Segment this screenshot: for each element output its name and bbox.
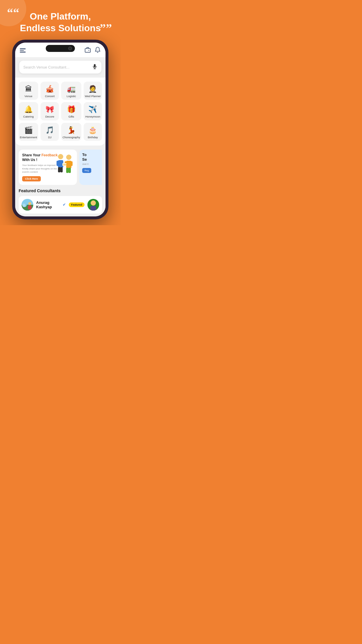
svg-rect-15 bbox=[68, 168, 71, 173]
search-bar[interactable]: Search Venue Consultant... bbox=[19, 61, 101, 74]
service-item-choreography[interactable]: 💃Choreography bbox=[61, 123, 81, 141]
service-icon-gifts: 🎁 bbox=[67, 105, 76, 114]
menu-icon[interactable] bbox=[20, 48, 26, 52]
consultant-name: Anurag Kashyap bbox=[36, 200, 61, 209]
svg-point-25 bbox=[91, 200, 96, 206]
service-item-birthday[interactable]: 🎂Birthday bbox=[84, 123, 102, 141]
wallet-icon[interactable] bbox=[85, 47, 91, 54]
svg-point-10 bbox=[66, 155, 71, 160]
search-section: Search Venue Consultant... bbox=[15, 57, 106, 78]
mic-icon[interactable] bbox=[92, 64, 97, 71]
service-item-catering[interactable]: 🔔Catering bbox=[19, 102, 38, 120]
service-item-decore[interactable]: 🎀Decore bbox=[41, 102, 59, 120]
service-icon-catering: 🔔 bbox=[24, 105, 33, 114]
service-icon-entertainment: 🎬 bbox=[24, 126, 33, 134]
topbar-right-icons bbox=[85, 47, 101, 54]
svg-point-21 bbox=[22, 204, 26, 207]
service-label-logistic: Logistic bbox=[66, 94, 76, 98]
service-label-birthday: Birthday bbox=[88, 136, 98, 139]
service-icon-logistic: 🚛 bbox=[67, 85, 76, 93]
menu-line-2 bbox=[20, 50, 24, 51]
service-icon-birthday: 🎂 bbox=[88, 126, 97, 134]
click-here-button[interactable]: Click Here bbox=[22, 176, 41, 181]
service-icon-wed-planner: 🤵 bbox=[88, 85, 97, 93]
service-label-gifts: Gifts bbox=[68, 115, 74, 118]
menu-line-1 bbox=[20, 48, 26, 49]
service-icon-venue: 🏛 bbox=[25, 85, 32, 93]
second-card-subtitle: Just C bbox=[82, 163, 102, 165]
consultant-info: Anurag Kashyap ✔ bbox=[36, 200, 66, 209]
second-card-line2: Se bbox=[82, 157, 87, 162]
phone-screen: Search Venue Consultant... 🏛Venue🎪Concer… bbox=[15, 43, 106, 216]
service-item-honeymoon[interactable]: ✈️Honeymoon bbox=[84, 102, 102, 120]
service-item-concert[interactable]: 🎪Concert bbox=[41, 82, 59, 100]
phone-mockup: Search Venue Consultant... 🏛Venue🎪Concer… bbox=[12, 40, 108, 219]
service-icon-concert: 🎪 bbox=[45, 85, 54, 93]
menu-line-3 bbox=[20, 52, 26, 52]
svg-rect-8 bbox=[58, 167, 60, 172]
phone-notch bbox=[46, 45, 75, 52]
service-label-decore: Decore bbox=[45, 115, 55, 118]
phone-topbar bbox=[15, 43, 106, 57]
svg-rect-14 bbox=[66, 168, 68, 173]
service-icon-dj: 🎵 bbox=[45, 126, 54, 134]
service-item-entertainment[interactable]: 🎬Entertainment bbox=[19, 123, 38, 141]
feedback-title-plain: Share Your bbox=[22, 153, 41, 157]
service-icon-honeymoon: ✈️ bbox=[88, 105, 97, 114]
consultant-avatar bbox=[22, 199, 33, 211]
services-section: 🏛Venue🎪Concert🚛Logistic🤵Wed Planner🔔Cate… bbox=[15, 78, 106, 146]
service-label-honeymoon: Honeymoon bbox=[85, 115, 100, 118]
consultant-name-row: Anurag Kashyap ✔ bbox=[36, 200, 66, 209]
service-item-wed-planner[interactable]: 🤵Wed Planner bbox=[84, 82, 102, 100]
svg-rect-9 bbox=[60, 167, 63, 172]
feedback-title-suffix: With Us ! bbox=[22, 158, 37, 162]
service-label-choreography: Choreography bbox=[62, 136, 80, 139]
bottom-area: Share Your Feedback With Us ! Your feedb… bbox=[15, 146, 106, 216]
hero-title: One Platform, Endless Solutions bbox=[10, 10, 110, 34]
services-grid: 🏛Venue🎪Concert🚛Logistic🤵Wed Planner🔔Cate… bbox=[19, 82, 102, 141]
register-button[interactable]: Reg bbox=[82, 168, 91, 173]
svg-point-1 bbox=[88, 50, 89, 51]
service-item-gifts[interactable]: 🎁Gifts bbox=[61, 102, 81, 120]
second-card-title: To Se bbox=[82, 153, 102, 162]
svg-text:★★: ★★ bbox=[63, 164, 67, 166]
feedback-card: Share Your Feedback With Us ! Your feedb… bbox=[19, 150, 77, 185]
svg-point-22 bbox=[28, 202, 31, 205]
service-label-catering: Catering bbox=[23, 115, 34, 118]
service-item-logistic[interactable]: 🚛Logistic bbox=[61, 82, 81, 100]
service-item-dj[interactable]: 🎵DJ bbox=[41, 123, 59, 141]
second-promo-card: To Se Just C Reg bbox=[79, 150, 102, 185]
service-item-venue[interactable]: 🏛Venue bbox=[19, 82, 38, 100]
hero-section: One Platform, Endless Solutions bbox=[0, 0, 121, 40]
feedback-description: Your feedback helps us improve! Kindly s… bbox=[22, 164, 57, 174]
search-placeholder-text: Search Venue Consultant... bbox=[23, 65, 89, 69]
svg-rect-6 bbox=[57, 161, 59, 166]
service-label-dj: DJ bbox=[48, 136, 52, 139]
service-icon-choreography: 💃 bbox=[67, 126, 76, 134]
second-consultant-avatar bbox=[87, 199, 99, 211]
feedback-illustration: ★★ bbox=[54, 152, 75, 175]
service-label-concert: Concert bbox=[45, 94, 55, 98]
featured-badge: Featured bbox=[69, 202, 85, 207]
svg-rect-0 bbox=[85, 48, 90, 52]
featured-section: Featured Consultants bbox=[19, 188, 102, 214]
cards-row: Share Your Feedback With Us ! Your feedb… bbox=[19, 150, 102, 185]
verified-icon: ✔ bbox=[63, 202, 66, 207]
service-label-entertainment: Entertainment bbox=[20, 136, 37, 139]
svg-rect-23 bbox=[28, 205, 31, 209]
svg-rect-13 bbox=[70, 161, 73, 166]
second-card-line1: To bbox=[82, 153, 87, 157]
service-label-wed-planner: Wed Planner bbox=[85, 94, 101, 98]
bell-icon[interactable] bbox=[94, 47, 101, 54]
featured-title: Featured Consultants bbox=[19, 188, 102, 193]
service-icon-decore: 🎀 bbox=[45, 105, 54, 114]
svg-rect-26 bbox=[90, 206, 96, 211]
svg-point-4 bbox=[58, 154, 63, 159]
service-label-venue: Venue bbox=[24, 94, 32, 98]
consultant-row[interactable]: Anurag Kashyap ✔ Featured bbox=[19, 196, 102, 214]
